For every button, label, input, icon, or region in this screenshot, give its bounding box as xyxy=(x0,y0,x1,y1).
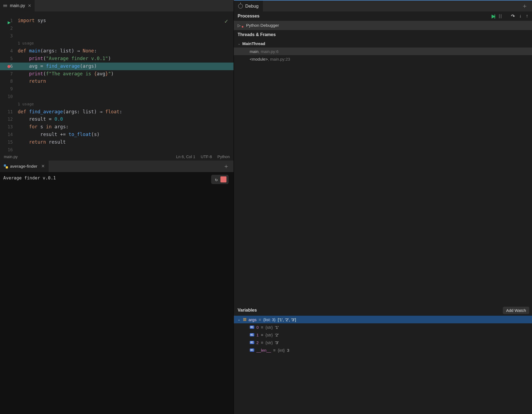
resume-button[interactable]: ▶| xyxy=(492,13,494,19)
current-line: 6 avg = find_average(args) xyxy=(0,63,234,70)
line-number: 3 xyxy=(0,32,15,40)
line-number: 8 xyxy=(0,78,15,85)
variables-header: Variables Add Watch xyxy=(234,305,532,316)
index-badge-icon: 01 xyxy=(250,333,254,336)
chevron-down-icon: ⌄ xyxy=(238,42,241,46)
frame-location: , main.py:6 xyxy=(259,49,279,54)
processes-title: Processes xyxy=(238,14,259,19)
index-badge-icon: 01 xyxy=(250,326,254,329)
status-language[interactable]: Python xyxy=(217,155,230,159)
line-number: 13 xyxy=(0,123,15,131)
status-filename: main.py xyxy=(4,155,18,159)
line-number: 11 xyxy=(0,108,15,116)
breakpoint-icon[interactable] xyxy=(7,65,10,68)
line-number: 5 xyxy=(0,55,15,63)
line-number: 7 xyxy=(0,70,15,78)
process-name: Python Debugger xyxy=(246,23,279,28)
variable-row[interactable]: 01 0 = {str} '1' xyxy=(234,323,532,331)
close-icon[interactable]: ✕ xyxy=(41,164,45,169)
step-over-button[interactable]: ↷ xyxy=(511,13,515,19)
status-bar: main.py Ln 6, Col 1 UTF-8 Python xyxy=(0,153,234,161)
debug-tab-label: Debug xyxy=(245,4,259,9)
variables-tree: ⌄ args = {list: 3} ['1', '2', '3'] 01 0 … xyxy=(234,316,532,414)
var-value: 3 xyxy=(287,348,289,353)
console-output[interactable]: Average finder v.0.1 ↻ xyxy=(0,172,234,414)
line-number: 16 xyxy=(0,146,15,153)
play-outline-icon: ▷ xyxy=(238,23,241,28)
checkmark-icon[interactable]: ✓ xyxy=(225,17,228,25)
var-name: 0 xyxy=(256,325,259,330)
add-watch-button[interactable]: Add Watch xyxy=(503,307,529,314)
editor-section: main.py ✕ ▶ ✓ 1import sys 2 3 1 usage 4d… xyxy=(0,0,234,161)
index-badge-icon: 01 xyxy=(250,341,254,344)
stack-frame[interactable]: main, main.py:6 xyxy=(234,48,532,55)
var-type: {int} xyxy=(278,348,285,353)
debug-tab-bar: Debug ＋ xyxy=(234,0,532,11)
breakpoint-dot-icon xyxy=(242,26,243,28)
close-icon[interactable]: ✕ xyxy=(28,3,31,8)
processes-header: Processes ▶| || ↷ ↓ ↑ xyxy=(234,11,532,21)
editor-tab-main[interactable]: main.py ✕ xyxy=(0,0,35,11)
process-row[interactable]: ▷ Python Debugger xyxy=(234,21,532,30)
status-encoding[interactable]: UTF-8 xyxy=(201,155,212,159)
usage-hint: 1 usage xyxy=(18,40,34,47)
step-into-button[interactable]: ↓ xyxy=(519,13,522,19)
console-line: Average finder v.0.1 xyxy=(3,175,56,181)
var-type: {str} xyxy=(265,340,273,345)
debug-tab[interactable]: Debug xyxy=(234,1,263,11)
left-pane: main.py ✕ ▶ ✓ 1import sys 2 3 1 usage 4d… xyxy=(0,0,234,414)
frame-fn: <module> xyxy=(250,57,268,61)
code-lines: 1import sys 2 3 1 usage 4def main(args: … xyxy=(0,11,234,153)
threads-title: Threads & Frames xyxy=(238,32,276,37)
run-icon[interactable]: ▶ xyxy=(8,19,11,26)
status-position[interactable]: Ln 6, Col 1 xyxy=(176,155,195,159)
var-name: __len__ xyxy=(256,348,271,353)
add-console-button[interactable]: ＋ xyxy=(219,161,234,172)
var-value: '1' xyxy=(275,325,279,330)
debug-pane: Debug ＋ Processes ▶| || ↷ ↓ ↑ ▷ Python D… xyxy=(234,0,532,414)
code-editor[interactable]: ▶ ✓ 1import sys 2 3 1 usage 4def main(ar… xyxy=(0,11,234,153)
line-number: 4 xyxy=(0,47,15,55)
bug-icon xyxy=(238,4,243,8)
file-icon xyxy=(3,5,7,7)
line-number: 9 xyxy=(0,85,15,93)
variable-row[interactable]: 01 2 = {str} '3' xyxy=(234,339,532,346)
var-name: 2 xyxy=(256,340,259,345)
console-tab[interactable]: average-finder ✕ xyxy=(0,161,49,172)
var-value: ['1', '2', '3'] xyxy=(278,317,296,322)
threads-header: Threads & Frames xyxy=(234,30,532,39)
variables-title: Variables xyxy=(238,308,257,313)
variable-row[interactable]: 01 __len__ = {int} 3 xyxy=(234,346,532,354)
console-controls: ↻ xyxy=(211,175,229,184)
variable-row[interactable]: 01 1 = {str} '2' xyxy=(234,331,532,339)
chevron-down-icon: ⌄ xyxy=(238,318,241,321)
console-tab-label: average-finder xyxy=(10,164,37,169)
var-value: '3' xyxy=(275,340,279,345)
rerun-button[interactable]: ↻ xyxy=(213,176,219,182)
line-number: 12 xyxy=(0,116,15,123)
thread-row[interactable]: ⌄ MainThread xyxy=(234,39,532,48)
var-type: {list: 3} xyxy=(263,317,276,322)
console-tab-bar: average-finder ✕ ＋ xyxy=(0,161,234,172)
frame-location: , main.py:23 xyxy=(268,57,290,61)
index-badge-icon: 01 xyxy=(250,348,254,352)
python-icon xyxy=(4,164,8,168)
add-panel-button[interactable]: ＋ xyxy=(517,1,532,11)
usage-hint: 1 usage xyxy=(18,100,34,108)
var-name: args xyxy=(249,317,256,322)
var-type: {str} xyxy=(265,325,273,330)
line-number: 14 xyxy=(0,131,15,138)
list-icon xyxy=(243,318,246,321)
var-name: 1 xyxy=(256,333,259,337)
step-out-button[interactable]: ↑ xyxy=(526,13,528,19)
thread-name: MainThread xyxy=(242,41,265,46)
stack-frame[interactable]: <module>, main.py:23 xyxy=(234,55,532,63)
stop-button[interactable] xyxy=(220,176,226,182)
frame-fn: main xyxy=(250,49,259,54)
var-type: {str} xyxy=(265,333,273,337)
variable-row-args[interactable]: ⌄ args = {list: 3} ['1', '2', '3'] xyxy=(234,316,532,323)
line-number: 15 xyxy=(0,138,15,146)
pause-button[interactable]: || xyxy=(499,14,502,19)
editor-tab-bar: main.py ✕ xyxy=(0,0,234,11)
threads-block: ⌄ MainThread main, main.py:6 <module>, m… xyxy=(234,39,532,63)
